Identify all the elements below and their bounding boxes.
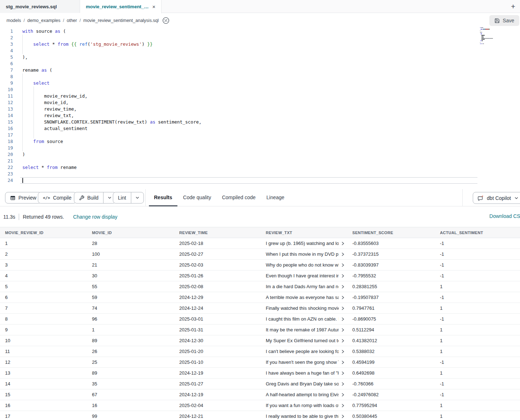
- preview-button[interactable]: Preview: [5, 192, 41, 204]
- lint-button[interactable]: Lint: [113, 192, 144, 204]
- table-row: 16162025-02-04If you want a fun romp wit…: [0, 400, 520, 411]
- cell-sentiment-score: 0.28381255: [347, 281, 435, 292]
- line-number: 12: [0, 99, 13, 106]
- column-header-movie-review-id[interactable]: MOVIE_REVIEW_ID: [0, 227, 87, 238]
- cell-review-time: 2025-02-03: [174, 260, 261, 270]
- cell-movie-review-id: 2: [0, 249, 87, 259]
- download-csv-link[interactable]: Download CSV: [489, 213, 520, 219]
- expand-review-icon[interactable]: [341, 371, 345, 375]
- cell-actual-sentiment: -1: [435, 314, 520, 324]
- new-tab-button[interactable]: +: [508, 2, 518, 11]
- cell-movie-review-id: 15: [0, 389, 87, 400]
- compile-button[interactable]: </> Compile: [38, 192, 76, 204]
- cell-movie-review-id: 14: [0, 379, 87, 389]
- cell-review-txt: My Super Ex Girlfriend turned out to b…: [261, 335, 347, 346]
- review-text: Finally watched this shocking movie la…: [266, 303, 339, 313]
- cell-review-time: 2025-01-27: [174, 379, 261, 389]
- expand-review-icon[interactable]: [341, 317, 345, 321]
- code-line: 23: [0, 171, 520, 177]
- line-number: 2: [0, 35, 13, 41]
- cell-actual-sentiment: 1: [435, 346, 520, 357]
- plus-icon: +: [511, 2, 515, 11]
- column-header-actual-sentiment[interactable]: ACTUAL_SENTIMENT: [435, 227, 520, 238]
- chevron-down-icon: [514, 196, 519, 201]
- cell-review-txt: I really wanted to be able to give this …: [261, 411, 347, 420]
- expand-review-icon[interactable]: [341, 339, 345, 343]
- cell-actual-sentiment: 1: [435, 400, 520, 411]
- expand-review-icon[interactable]: [341, 285, 345, 289]
- expand-review-icon[interactable]: [341, 241, 345, 246]
- cell-sentiment-score: -0.37372315: [347, 249, 435, 259]
- tab-code-quality[interactable]: Code quality: [178, 189, 216, 206]
- expand-review-icon[interactable]: [341, 295, 345, 300]
- save-button[interactable]: Save: [489, 15, 519, 26]
- review-text: I really wanted to be able to give this …: [266, 411, 339, 420]
- breadcrumb-segment[interactable]: other: [67, 18, 77, 23]
- cell-movie-review-id: 9: [0, 325, 87, 335]
- code-line: 11 movie_review_id,: [0, 93, 520, 99]
- file-tab-stg-movie-reviews[interactable]: stg_movie_reviews.sql: [0, 0, 80, 13]
- cell-review-time: 2025-01-26: [174, 271, 261, 281]
- cell-sentiment-score: -0.8690075: [347, 314, 435, 324]
- review-text: A terrible movie as everyone has said. …: [266, 292, 339, 303]
- expand-review-icon[interactable]: [341, 274, 345, 278]
- tab-compiled-code[interactable]: Compiled code: [217, 189, 260, 206]
- rows-returned: Returned 49 rows.: [23, 214, 64, 220]
- copilot-chat-icon: [477, 195, 484, 201]
- cell-actual-sentiment: 1: [435, 303, 520, 313]
- close-icon[interactable]: ×: [152, 4, 155, 10]
- expand-review-icon[interactable]: [341, 252, 345, 256]
- code-line: 9 select: [0, 80, 520, 86]
- expand-review-icon[interactable]: [341, 328, 345, 332]
- preview-label: Preview: [18, 195, 36, 201]
- results-status-bar: 11.3s Returned 49 rows. Change row displ…: [0, 206, 520, 227]
- cell-movie-review-id: 5: [0, 281, 87, 292]
- expand-review-icon[interactable]: [341, 403, 345, 408]
- build-button[interactable]: Build: [74, 192, 116, 204]
- breadcrumb-segment[interactable]: models: [6, 18, 21, 23]
- results-table-header: MOVIE_REVIEW_ID MOVIE_ID REVIEW_TIME REV…: [0, 227, 520, 238]
- column-header-movie-id[interactable]: MOVIE_ID: [87, 227, 174, 238]
- compile-label: Compile: [53, 195, 71, 201]
- table-row: 17992024-12-21I really wanted to be able…: [0, 411, 520, 420]
- line-number: 24: [0, 177, 13, 184]
- tab-lineage[interactable]: Lineage: [261, 189, 290, 206]
- expand-review-icon[interactable]: [341, 393, 345, 397]
- table-row: 4302025-01-26Even though I have great in…: [0, 271, 520, 281]
- expand-review-icon[interactable]: [341, 349, 345, 354]
- sql-editor[interactable]: 1with source as (23 select * from {{ ref…: [0, 27, 520, 189]
- file-tab-movie-review-sentiment[interactable]: movie_review_sentiment_… ×: [80, 0, 162, 13]
- column-header-review-time[interactable]: REVIEW_TIME: [174, 227, 261, 238]
- cell-review-txt: A half-hearted attempt to bring Elvis P…: [261, 389, 347, 400]
- cell-sentiment-score: -0.19507837: [347, 292, 435, 303]
- expand-review-icon[interactable]: [341, 306, 345, 310]
- expand-review-icon[interactable]: [341, 414, 345, 419]
- query-duration: 11.3s: [3, 214, 15, 220]
- results-table: MOVIE_REVIEW_ID MOVIE_ID REVIEW_TIME REV…: [0, 227, 520, 420]
- expand-review-icon[interactable]: [341, 382, 345, 386]
- change-row-display-link[interactable]: Change row display: [73, 214, 118, 220]
- dbt-copilot-button[interactable]: dbt Copilot: [473, 192, 520, 204]
- cell-movie-review-id: 16: [0, 400, 87, 411]
- cell-movie-id: 21: [87, 260, 174, 270]
- code-line: 14 review_txt,: [0, 112, 520, 119]
- table-row: 6592024-12-29A terrible movie as everyon…: [0, 292, 520, 303]
- minimap[interactable]: [480, 27, 506, 49]
- line-number: 19: [0, 145, 13, 151]
- wrench-icon: [79, 195, 84, 201]
- column-header-sentiment-score[interactable]: SENTIMENT_SCORE: [347, 227, 435, 238]
- expand-review-icon[interactable]: [341, 263, 345, 267]
- table-row: 13892024-12-19I have always been a huge …: [0, 368, 520, 379]
- copilot-badge-icon[interactable]: [162, 17, 169, 24]
- cell-sentiment-score: 0.50380445: [347, 411, 435, 420]
- code-line: 2: [0, 35, 520, 41]
- expand-review-icon[interactable]: [341, 360, 345, 365]
- table-row: 7742024-12-24Finally watched this shocki…: [0, 303, 520, 314]
- column-header-review-txt[interactable]: REVIEW_TXT: [261, 227, 347, 238]
- tab-results[interactable]: Results: [149, 189, 177, 206]
- line-number: 10: [0, 86, 13, 93]
- cell-movie-id: 35: [87, 379, 174, 389]
- breadcrumb-segment[interactable]: demo_examples: [27, 18, 61, 23]
- lint-dropdown-button[interactable]: [131, 192, 144, 203]
- cell-review-txt: Why do people who do not know what…: [261, 260, 347, 270]
